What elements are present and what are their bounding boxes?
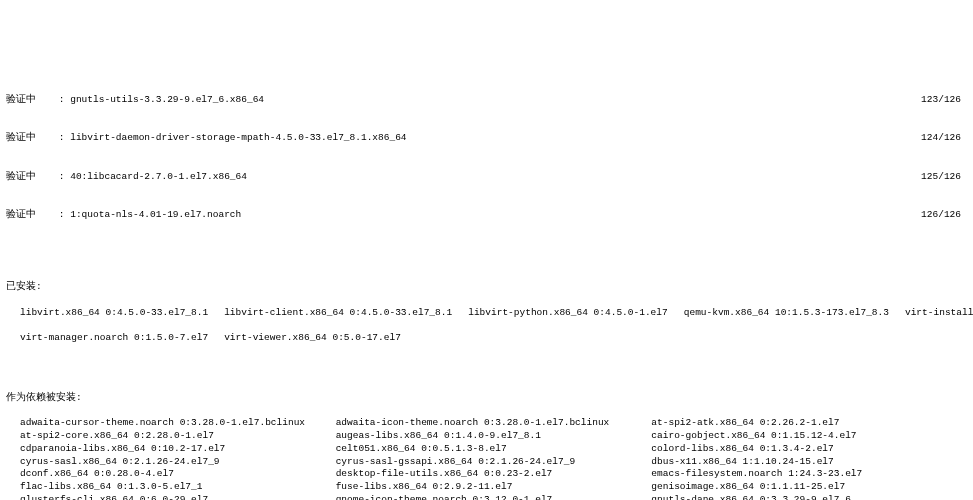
verify-progress: 125/126 <box>921 171 967 184</box>
deps-header: 作为依赖被安装: <box>6 392 967 405</box>
verify-label: 验证中 <box>6 209 36 220</box>
deps-pkg: augeas-libs.x86_64 0:1.4.0-9.el7_8.1 <box>336 430 652 443</box>
deps-pkg: gnutls-dane.x86_64 0:3.3.29-9.el7_6 <box>651 494 967 500</box>
installed-pkg: libvirt-python.x86_64 0:4.5.0-1.el7 <box>468 307 668 320</box>
deps-row: cyrus-sasl.x86_64 0:2.1.26-24.el7_9cyrus… <box>20 456 967 469</box>
deps-pkg: at-spi2-atk.x86_64 0:2.26.2-1.el7 <box>651 417 967 430</box>
verify-row: 验证中 : 40:libcacard-2.7.0-1.el7.x86_64 12… <box>6 171 967 184</box>
deps-row: at-spi2-core.x86_64 0:2.28.0-1.el7augeas… <box>20 430 967 443</box>
installed-pkg: qemu-kvm.x86_64 10:1.5.3-173.el7_8.3 <box>684 307 889 320</box>
verify-label: 验证中 <box>6 171 36 182</box>
deps-row: adwaita-cursor-theme.noarch 0:3.28.0-1.e… <box>20 417 967 430</box>
deps-pkg: dbus-x11.x86_64 1:1.10.24-15.el7 <box>651 456 967 469</box>
deps-block: adwaita-cursor-theme.noarch 0:3.28.0-1.e… <box>6 417 967 500</box>
installed-pkg: virt-manager.noarch 0:1.5.0-7.el7 <box>20 332 208 345</box>
deps-pkg: cyrus-sasl-gssapi.x86_64 0:2.1.26-24.el7… <box>336 456 652 469</box>
verify-pkg: 40:libcacard-2.7.0-1.el7.x86_64 <box>70 171 247 182</box>
deps-pkg: cdparanoia-libs.x86_64 0:10.2-17.el7 <box>20 443 336 456</box>
verify-row: 验证中 : libvirt-daemon-driver-storage-mpat… <box>6 132 967 145</box>
deps-pkg: dconf.x86_64 0:0.28.0-4.el7 <box>20 468 336 481</box>
verify-sep: : <box>59 209 65 220</box>
deps-row: cdparanoia-libs.x86_64 0:10.2-17.el7celt… <box>20 443 967 456</box>
verify-sep: : <box>59 94 65 105</box>
verify-pkg: libvirt-daemon-driver-storage-mpath-4.5.… <box>70 132 406 143</box>
verify-progress: 124/126 <box>921 132 967 145</box>
deps-pkg: adwaita-icon-theme.noarch 0:3.28.0-1.el7… <box>336 417 652 430</box>
deps-row: dconf.x86_64 0:0.28.0-4.el7desktop-file-… <box>20 468 967 481</box>
deps-pkg: glusterfs-cli.x86_64 0:6.0-29.el7 <box>20 494 336 500</box>
installed-pkg: libvirt.x86_64 0:4.5.0-33.el7_8.1 <box>20 307 208 320</box>
deps-pkg: celt051.x86_64 0:0.5.1.3-8.el7 <box>336 443 652 456</box>
deps-pkg: emacs-filesystem.noarch 1:24.3-23.el7 <box>651 468 967 481</box>
deps-pkg: fuse-libs.x86_64 0:2.9.2-11.el7 <box>336 481 652 494</box>
installed-pkg: libvirt-client.x86_64 0:4.5.0-33.el7_8.1 <box>224 307 452 320</box>
verify-pkg: gnutls-utils-3.3.29-9.el7_6.x86_64 <box>70 94 264 105</box>
deps-pkg: cyrus-sasl.x86_64 0:2.1.26-24.el7_9 <box>20 456 336 469</box>
verify-row: 验证中 : gnutls-utils-3.3.29-9.el7_6.x86_64… <box>6 94 967 107</box>
verify-row: 验证中 : 1:quota-nls-4.01-19.el7.noarch 126… <box>6 209 967 222</box>
verify-label: 验证中 <box>6 132 36 143</box>
deps-row: flac-libs.x86_64 0:1.3.0-5.el7_1fuse-lib… <box>20 481 967 494</box>
deps-pkg: at-spi2-core.x86_64 0:2.28.0-1.el7 <box>20 430 336 443</box>
deps-pkg: desktop-file-utils.x86_64 0:0.23-2.el7 <box>336 468 652 481</box>
deps-pkg: cairo-gobject.x86_64 0:1.15.12-4.el7 <box>651 430 967 443</box>
installed-row: libvirt.x86_64 0:4.5.0-33.el7_8.1 libvir… <box>6 307 967 320</box>
verify-progress: 123/126 <box>921 94 967 107</box>
installed-pkg: virt-install.noarch 0:1.5.0-7.el7 <box>905 307 973 320</box>
deps-row: glusterfs-cli.x86_64 0:6.0-29.el7gnome-i… <box>20 494 967 500</box>
deps-pkg: adwaita-cursor-theme.noarch 0:3.28.0-1.e… <box>20 417 336 430</box>
installed-row: virt-manager.noarch 0:1.5.0-7.el7 virt-v… <box>6 332 967 345</box>
installed-header: 已安装: <box>6 281 967 294</box>
installed-pkg: virt-viewer.x86_64 0:5.0-17.el7 <box>224 332 401 345</box>
verify-sep: : <box>59 132 65 143</box>
verify-sep: : <box>59 171 65 182</box>
verify-block: 验证中 : gnutls-utils-3.3.29-9.el7_6.x86_64… <box>6 68 967 235</box>
deps-pkg: genisoimage.x86_64 0:1.1.11-25.el7 <box>651 481 967 494</box>
deps-pkg: colord-libs.x86_64 0:1.3.4-2.el7 <box>651 443 967 456</box>
verify-pkg: 1:quota-nls-4.01-19.el7.noarch <box>70 209 241 220</box>
verify-progress: 126/126 <box>921 209 967 222</box>
deps-pkg: gnome-icon-theme.noarch 0:3.12.0-1.el7 <box>336 494 652 500</box>
deps-pkg: flac-libs.x86_64 0:1.3.0-5.el7_1 <box>20 481 336 494</box>
verify-label: 验证中 <box>6 94 36 105</box>
